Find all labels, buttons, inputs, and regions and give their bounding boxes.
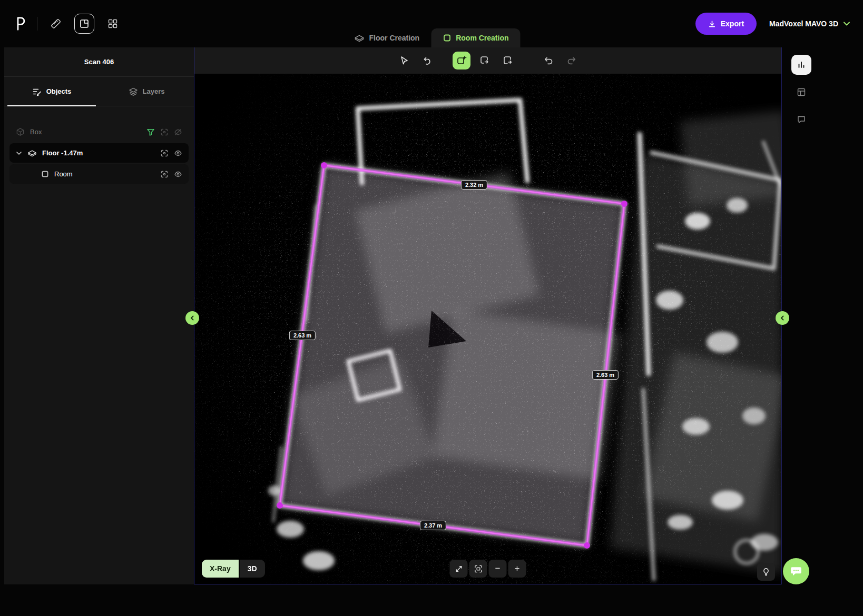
objects-list-icon <box>32 87 42 96</box>
tree-item-box[interactable]: Box <box>9 122 189 142</box>
redo-icon <box>566 55 577 66</box>
rotate-ccw-icon <box>422 55 433 66</box>
mode-tabs: Floor Creation Room Creation <box>342 28 520 47</box>
chevron-left-icon <box>189 315 195 321</box>
tab-layers[interactable]: Layers <box>99 77 194 106</box>
select-tool-button[interactable] <box>395 51 414 70</box>
cube-icon <box>16 127 25 136</box>
minus-icon: − <box>495 563 501 574</box>
eye-icon[interactable] <box>174 170 182 178</box>
view-mode-toggle: X-Ray 3D <box>202 560 265 578</box>
assign-room-tool-button[interactable] <box>498 51 517 70</box>
tree-item-label: Room <box>54 170 73 178</box>
tree-item-room[interactable]: Room <box>9 164 189 184</box>
collapse-panel-button[interactable] <box>776 311 789 325</box>
floor-slab-icon <box>354 34 364 43</box>
redo-button[interactable] <box>562 51 581 70</box>
measurement-label-bottom: 2.37 m <box>420 521 446 530</box>
floorplan-icon <box>79 18 90 29</box>
fit-frame-icon <box>474 564 483 573</box>
chat-bubble-icon <box>790 565 802 578</box>
fit-view-button[interactable] <box>469 560 487 578</box>
left-sidebar: Scan 406 Objects Layers Box <box>4 47 194 584</box>
divider <box>37 17 37 31</box>
vertex-handle[interactable] <box>277 502 283 509</box>
account-menu[interactable]: MadVoxel MAVO 3D <box>769 19 850 28</box>
scan-title: Scan 406 <box>4 47 194 77</box>
zoom-out-button[interactable]: − <box>489 560 507 578</box>
tips-button[interactable] <box>757 563 775 581</box>
filter-icon[interactable] <box>146 128 155 136</box>
download-icon <box>708 20 716 28</box>
app-root: Floor Creation Room Creation Export MadV… <box>0 0 863 616</box>
tab-label: Floor Creation <box>369 34 419 42</box>
floorplan-tool-button[interactable] <box>74 14 94 34</box>
tree-item-label: Box <box>30 128 42 136</box>
focus-icon[interactable] <box>160 149 169 157</box>
comment-icon <box>797 115 806 124</box>
layers-icon <box>129 87 138 96</box>
zoom-in-button[interactable]: + <box>508 560 526 578</box>
account-name: MadVoxel MAVO 3D <box>769 19 838 28</box>
focus-icon[interactable] <box>160 128 169 136</box>
point-cloud-canvas[interactable] <box>194 47 782 584</box>
duplicate-room-tool-button[interactable] <box>475 51 494 70</box>
room-polygon[interactable] <box>277 162 627 549</box>
chevron-down-icon[interactable] <box>16 151 22 155</box>
rotate-tool-button[interactable] <box>418 51 437 70</box>
floor-slab-icon <box>27 149 37 157</box>
eye-icon[interactable] <box>174 149 182 157</box>
add-room-tool-button[interactable] <box>453 52 470 69</box>
stats-panel-button[interactable] <box>791 55 811 75</box>
support-chat-button[interactable] <box>783 558 809 584</box>
grid-tool-button[interactable] <box>103 14 123 34</box>
ruler-icon <box>50 18 62 29</box>
room-arrow-icon <box>502 55 513 66</box>
top-bar: Floor Creation Room Creation Export MadV… <box>0 0 863 47</box>
cursor-icon <box>399 55 409 66</box>
tree-item-label: Floor -1.47m <box>42 149 83 157</box>
tab-floor-creation[interactable]: Floor Creation <box>342 28 431 47</box>
vertex-handle[interactable] <box>621 201 627 207</box>
vertex-handle[interactable] <box>584 542 590 549</box>
details-panel-button[interactable] <box>791 82 811 102</box>
room-outline-icon <box>41 170 49 178</box>
measurement-label-right: 2.63 m <box>592 370 619 380</box>
room-outline-icon <box>443 34 451 42</box>
add-room-icon <box>456 55 467 66</box>
grid-icon <box>107 18 118 29</box>
fullscreen-button[interactable] <box>450 560 468 578</box>
chevron-left-icon <box>779 315 786 321</box>
plus-icon: + <box>515 563 520 574</box>
tab-room-creation[interactable]: Room Creation <box>431 28 520 47</box>
comments-panel-button[interactable] <box>791 110 811 130</box>
focus-icon[interactable] <box>160 170 169 178</box>
object-tree: Box Floor -1.47m <box>4 106 194 184</box>
expand-icon <box>454 564 463 573</box>
canvas-toolbar <box>194 47 781 74</box>
tree-item-floor[interactable]: Floor -1.47m <box>9 143 189 163</box>
chevron-down-icon <box>843 21 850 26</box>
export-label: Export <box>721 19 744 28</box>
tab-label: Room Creation <box>456 34 508 42</box>
sidebar-tabs: Objects Layers <box>4 77 194 106</box>
right-rail <box>791 55 811 130</box>
measurement-label-top: 2.32 m <box>461 180 487 190</box>
3d-toggle-button[interactable]: 3D <box>240 560 265 578</box>
tab-objects[interactable]: Objects <box>4 77 99 106</box>
undo-icon <box>543 55 554 66</box>
zoom-controls: − + <box>450 560 526 578</box>
scan-viewport[interactable]: 2.32 m 2.63 m 2.63 m 2.37 m <box>194 47 782 584</box>
collapse-sidebar-button[interactable] <box>185 311 199 325</box>
measure-tool-button[interactable] <box>46 14 66 34</box>
lightbulb-icon <box>762 568 770 576</box>
bar-chart-icon <box>797 60 806 69</box>
undo-button[interactable] <box>539 51 558 70</box>
vertex-handle[interactable] <box>321 162 327 168</box>
eye-off-icon[interactable] <box>174 128 182 136</box>
table-icon <box>797 87 806 97</box>
measurement-label-left: 2.63 m <box>289 331 316 340</box>
xray-toggle-button[interactable]: X-Ray <box>202 560 239 578</box>
export-button[interactable]: Export <box>695 13 757 35</box>
sidebar-tab-label: Layers <box>143 87 165 95</box>
